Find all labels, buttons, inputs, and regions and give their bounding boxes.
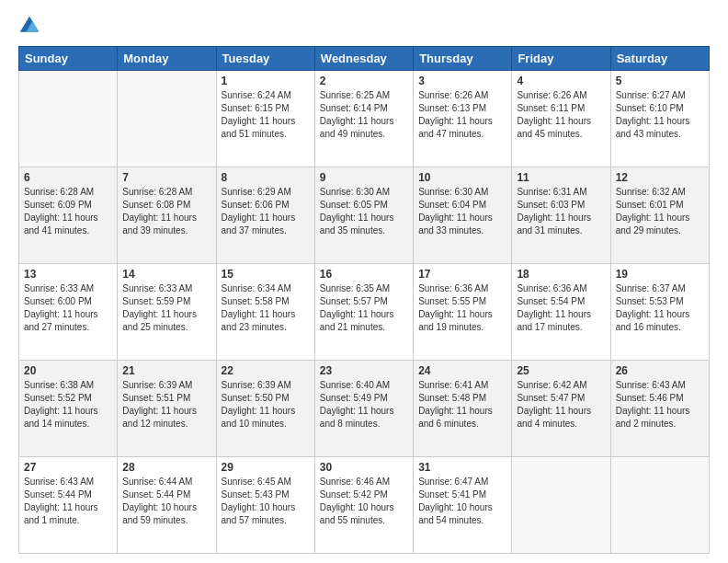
day-number: 6 xyxy=(24,171,112,184)
calendar-row-1: 6Sunrise: 6:28 AM Sunset: 6:09 PM Daylig… xyxy=(19,167,710,264)
day-number: 24 xyxy=(418,364,506,377)
calendar-cell: 8Sunrise: 6:29 AM Sunset: 6:06 PM Daylig… xyxy=(216,167,314,264)
calendar-cell: 31Sunrise: 6:47 AM Sunset: 5:41 PM Dayli… xyxy=(414,457,512,554)
day-number: 16 xyxy=(320,268,408,281)
day-number: 25 xyxy=(517,364,605,377)
weekday-header-saturday: Saturday xyxy=(610,47,709,71)
calendar-cell: 23Sunrise: 6:40 AM Sunset: 5:49 PM Dayli… xyxy=(314,361,413,457)
day-info: Sunrise: 6:39 AM Sunset: 5:51 PM Dayligh… xyxy=(122,379,210,431)
calendar-row-4: 27Sunrise: 6:43 AM Sunset: 5:44 PM Dayli… xyxy=(19,457,710,554)
day-number: 10 xyxy=(418,171,506,184)
day-info: Sunrise: 6:30 AM Sunset: 6:05 PM Dayligh… xyxy=(320,186,408,237)
weekday-header-monday: Monday xyxy=(118,47,216,71)
calendar-cell: 27Sunrise: 6:43 AM Sunset: 5:44 PM Dayli… xyxy=(19,457,118,554)
calendar-cell: 2Sunrise: 6:25 AM Sunset: 6:14 PM Daylig… xyxy=(314,71,413,167)
day-info: Sunrise: 6:33 AM Sunset: 5:59 PM Dayligh… xyxy=(122,282,210,334)
calendar-table: SundayMondayTuesdayWednesdayThursdayFrid… xyxy=(18,46,710,554)
day-number: 15 xyxy=(222,268,310,281)
day-info: Sunrise: 6:27 AM Sunset: 6:10 PM Dayligh… xyxy=(616,89,704,141)
calendar-cell xyxy=(118,71,216,167)
day-info: Sunrise: 6:43 AM Sunset: 5:44 PM Dayligh… xyxy=(24,476,112,527)
calendar-cell: 18Sunrise: 6:36 AM Sunset: 5:54 PM Dayli… xyxy=(512,264,610,361)
day-info: Sunrise: 6:35 AM Sunset: 5:57 PM Dayligh… xyxy=(320,282,408,334)
day-number: 7 xyxy=(122,171,210,184)
day-number: 30 xyxy=(320,461,408,474)
day-number: 2 xyxy=(320,75,408,87)
day-info: Sunrise: 6:42 AM Sunset: 5:47 PM Dayligh… xyxy=(517,379,605,431)
day-number: 31 xyxy=(418,461,506,474)
calendar-cell: 5Sunrise: 6:27 AM Sunset: 6:10 PM Daylig… xyxy=(610,71,709,167)
day-number: 1 xyxy=(222,75,310,87)
day-info: Sunrise: 6:32 AM Sunset: 6:01 PM Dayligh… xyxy=(616,186,704,237)
calendar-header-row: SundayMondayTuesdayWednesdayThursdayFrid… xyxy=(19,47,710,71)
day-number: 28 xyxy=(122,461,210,474)
weekday-header-tuesday: Tuesday xyxy=(216,47,314,71)
calendar-cell: 29Sunrise: 6:45 AM Sunset: 5:43 PM Dayli… xyxy=(216,457,314,554)
calendar-cell: 21Sunrise: 6:39 AM Sunset: 5:51 PM Dayli… xyxy=(118,361,216,457)
day-number: 21 xyxy=(122,364,210,377)
day-info: Sunrise: 6:33 AM Sunset: 6:00 PM Dayligh… xyxy=(24,282,112,334)
calendar-cell: 9Sunrise: 6:30 AM Sunset: 6:05 PM Daylig… xyxy=(314,167,413,264)
day-number: 4 xyxy=(517,75,605,87)
day-number: 5 xyxy=(616,75,704,87)
weekday-header-thursday: Thursday xyxy=(414,47,512,71)
calendar-cell: 25Sunrise: 6:42 AM Sunset: 5:47 PM Dayli… xyxy=(512,361,610,457)
day-info: Sunrise: 6:39 AM Sunset: 5:50 PM Dayligh… xyxy=(222,379,310,431)
calendar-cell: 12Sunrise: 6:32 AM Sunset: 6:01 PM Dayli… xyxy=(610,167,709,264)
calendar-cell: 28Sunrise: 6:44 AM Sunset: 5:44 PM Dayli… xyxy=(118,457,216,554)
calendar-cell: 1Sunrise: 6:24 AM Sunset: 6:15 PM Daylig… xyxy=(216,71,314,167)
day-number: 11 xyxy=(517,171,605,184)
day-number: 14 xyxy=(122,268,210,281)
day-info: Sunrise: 6:26 AM Sunset: 6:13 PM Dayligh… xyxy=(418,89,506,141)
day-info: Sunrise: 6:25 AM Sunset: 6:14 PM Dayligh… xyxy=(320,89,408,141)
calendar-cell: 15Sunrise: 6:34 AM Sunset: 5:58 PM Dayli… xyxy=(216,264,314,361)
weekday-header-friday: Friday xyxy=(512,47,610,71)
day-number: 3 xyxy=(418,75,506,87)
calendar-row-0: 1Sunrise: 6:24 AM Sunset: 6:15 PM Daylig… xyxy=(19,71,710,167)
calendar-cell: 13Sunrise: 6:33 AM Sunset: 6:00 PM Dayli… xyxy=(19,264,118,361)
day-info: Sunrise: 6:34 AM Sunset: 5:58 PM Dayligh… xyxy=(222,282,310,334)
day-info: Sunrise: 6:36 AM Sunset: 5:54 PM Dayligh… xyxy=(517,282,605,334)
calendar-cell: 14Sunrise: 6:33 AM Sunset: 5:59 PM Dayli… xyxy=(118,264,216,361)
calendar-row-3: 20Sunrise: 6:38 AM Sunset: 5:52 PM Dayli… xyxy=(19,361,710,457)
day-info: Sunrise: 6:31 AM Sunset: 6:03 PM Dayligh… xyxy=(517,186,605,237)
calendar-cell: 17Sunrise: 6:36 AM Sunset: 5:55 PM Dayli… xyxy=(414,264,512,361)
calendar-cell: 11Sunrise: 6:31 AM Sunset: 6:03 PM Dayli… xyxy=(512,167,610,264)
day-info: Sunrise: 6:38 AM Sunset: 5:52 PM Dayligh… xyxy=(24,379,112,431)
day-info: Sunrise: 6:30 AM Sunset: 6:04 PM Dayligh… xyxy=(418,186,506,237)
calendar-cell: 30Sunrise: 6:46 AM Sunset: 5:42 PM Dayli… xyxy=(314,457,413,554)
day-info: Sunrise: 6:43 AM Sunset: 5:46 PM Dayligh… xyxy=(616,379,704,431)
calendar-cell xyxy=(610,457,709,554)
day-number: 13 xyxy=(24,268,112,281)
calendar-cell: 4Sunrise: 6:26 AM Sunset: 6:11 PM Daylig… xyxy=(512,71,610,167)
day-number: 20 xyxy=(24,364,112,377)
calendar-cell: 24Sunrise: 6:41 AM Sunset: 5:48 PM Dayli… xyxy=(414,361,512,457)
calendar-cell: 22Sunrise: 6:39 AM Sunset: 5:50 PM Dayli… xyxy=(216,361,314,457)
calendar-cell: 6Sunrise: 6:28 AM Sunset: 6:09 PM Daylig… xyxy=(19,167,118,264)
day-info: Sunrise: 6:47 AM Sunset: 5:41 PM Dayligh… xyxy=(418,476,506,527)
day-number: 9 xyxy=(320,171,408,184)
page: SundayMondayTuesdayWednesdayThursdayFrid… xyxy=(0,0,728,563)
day-number: 17 xyxy=(418,268,506,281)
calendar-cell: 10Sunrise: 6:30 AM Sunset: 6:04 PM Dayli… xyxy=(414,167,512,264)
header xyxy=(18,15,710,37)
logo xyxy=(18,15,44,37)
day-number: 23 xyxy=(320,364,408,377)
calendar-row-2: 13Sunrise: 6:33 AM Sunset: 6:00 PM Dayli… xyxy=(19,264,710,361)
day-info: Sunrise: 6:44 AM Sunset: 5:44 PM Dayligh… xyxy=(122,476,210,527)
logo-icon xyxy=(18,15,40,37)
day-number: 29 xyxy=(222,461,310,474)
day-info: Sunrise: 6:40 AM Sunset: 5:49 PM Dayligh… xyxy=(320,379,408,431)
calendar-cell: 19Sunrise: 6:37 AM Sunset: 5:53 PM Dayli… xyxy=(610,264,709,361)
day-info: Sunrise: 6:37 AM Sunset: 5:53 PM Dayligh… xyxy=(616,282,704,334)
weekday-header-wednesday: Wednesday xyxy=(314,47,413,71)
weekday-header-sunday: Sunday xyxy=(19,47,118,71)
day-info: Sunrise: 6:24 AM Sunset: 6:15 PM Dayligh… xyxy=(222,89,310,141)
calendar-cell: 7Sunrise: 6:28 AM Sunset: 6:08 PM Daylig… xyxy=(118,167,216,264)
day-info: Sunrise: 6:46 AM Sunset: 5:42 PM Dayligh… xyxy=(320,476,408,527)
day-info: Sunrise: 6:28 AM Sunset: 6:08 PM Dayligh… xyxy=(122,186,210,237)
day-info: Sunrise: 6:26 AM Sunset: 6:11 PM Dayligh… xyxy=(517,89,605,141)
calendar-cell xyxy=(512,457,610,554)
day-info: Sunrise: 6:29 AM Sunset: 6:06 PM Dayligh… xyxy=(222,186,310,237)
calendar-cell: 3Sunrise: 6:26 AM Sunset: 6:13 PM Daylig… xyxy=(414,71,512,167)
